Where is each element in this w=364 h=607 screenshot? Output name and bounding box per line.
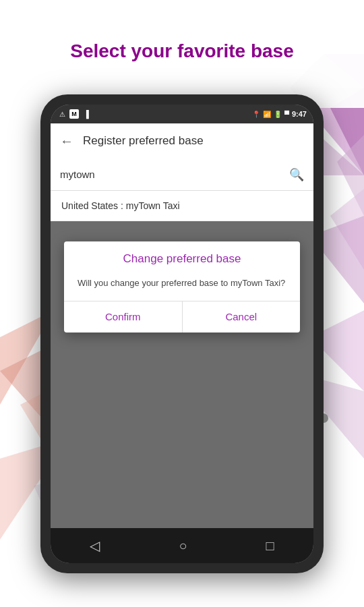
dialog-buttons: Confirm Cancel (64, 301, 300, 333)
change-base-dialog: Change preferred base Will you change yo… (64, 241, 300, 333)
cancel-button[interactable]: Cancel (183, 301, 301, 333)
back-button[interactable]: ← (60, 134, 73, 149)
nav-recent-button[interactable]: □ (266, 538, 274, 554)
app-bar: ← Register preferred base (51, 123, 313, 158)
phone-screen: ⚠ M ▐ 📍 📶 🔋 ▀ 9:47 ← Register preferred … (51, 105, 313, 563)
status-bar: ⚠ M ▐ 📍 📶 🔋 ▀ 9:47 (51, 105, 313, 123)
list-item[interactable]: United States : myTown Taxi (51, 191, 313, 221)
status-right-icons: 📍 📶 🔋 ▀ 9:47 (252, 110, 307, 118)
signal-bars-icon: ▐ (82, 109, 91, 119)
search-bar: mytown 🔍 (51, 158, 313, 191)
warning-icon: ⚠ (57, 109, 67, 119)
phone-device: ⚠ M ▐ 📍 📶 🔋 ▀ 9:47 ← Register preferred … (40, 94, 324, 573)
status-left-icons: ⚠ M ▐ (57, 109, 91, 119)
dialog-body: Will you change your preferred base to m… (64, 272, 300, 301)
location-icon: 📍 (252, 111, 260, 118)
nav-home-button[interactable]: ○ (179, 538, 187, 554)
nav-bar: ◁ ○ □ (51, 528, 313, 563)
dimmed-overlay: Change preferred base Will you change yo… (51, 221, 313, 528)
wifi-icon: 📶 (263, 111, 271, 118)
page-title: Select your favorite base (0, 40, 364, 62)
motorola-icon: M (69, 109, 79, 119)
battery-save-icon: 🔋 (274, 111, 282, 118)
search-icon[interactable]: 🔍 (289, 167, 304, 182)
signal-icon: ▀ (284, 111, 289, 118)
search-results-list: United States : myTown Taxi (51, 191, 313, 221)
time-display: 9:47 (292, 110, 307, 118)
confirm-button[interactable]: Confirm (64, 301, 182, 333)
dialog-title: Change preferred base (64, 241, 300, 272)
app-bar-title: Register preferred base (83, 134, 204, 148)
search-input[interactable]: mytown (60, 169, 289, 180)
nav-back-button[interactable]: ◁ (90, 538, 100, 554)
